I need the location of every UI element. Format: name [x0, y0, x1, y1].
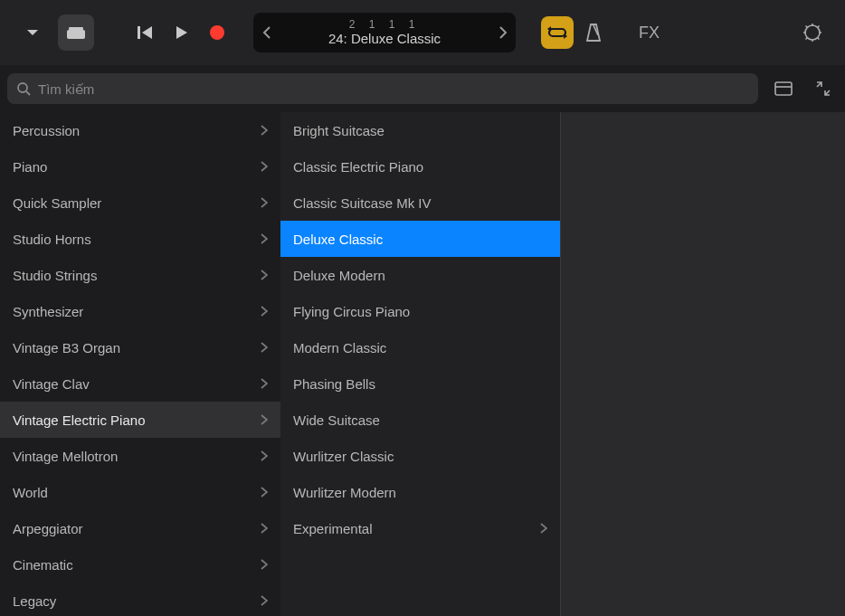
rewind-button[interactable] [138, 25, 154, 40]
fx-button[interactable]: FX [639, 24, 660, 43]
preset-label: Experimental [293, 521, 373, 536]
preset-label: Modern Classic [293, 340, 386, 355]
preset-label: Bright Suitcase [293, 123, 385, 138]
preset-item[interactable]: Experimental [280, 510, 560, 546]
category-label: Quick Sampler [13, 195, 101, 211]
chevron-right-icon [261, 595, 268, 606]
svg-rect-1 [69, 27, 83, 30]
category-label: Legacy [13, 593, 56, 609]
category-item[interactable]: Vintage Electric Piano [0, 402, 280, 438]
preset-label: Wurlitzer Modern [293, 485, 396, 500]
right-tools: FX [541, 16, 685, 49]
svg-point-14 [18, 83, 27, 92]
category-item[interactable]: Vintage Mellotron [0, 438, 280, 474]
display-counter: 2 1 1 1 [279, 18, 490, 31]
category-label: Cinematic [13, 557, 73, 573]
preset-item[interactable]: Wide Suitcase [280, 402, 560, 438]
category-item[interactable]: Quick Sampler [0, 185, 280, 221]
category-item[interactable]: Percussion [0, 112, 280, 148]
chevron-right-icon [261, 161, 268, 172]
view-toggle-button[interactable] [769, 74, 798, 103]
category-column: PercussionPianoQuick SamplerStudio Horns… [0, 112, 280, 616]
chevron-right-icon [261, 306, 268, 317]
category-label: Arpeggiator [13, 521, 83, 536]
svg-rect-0 [67, 30, 85, 39]
chevron-right-icon [261, 378, 268, 389]
category-item[interactable]: World [0, 474, 280, 510]
chevron-right-icon [261, 450, 268, 461]
svg-point-3 [210, 25, 224, 40]
preset-column: Bright SuitcaseClassic Electric PianoCla… [280, 112, 561, 616]
category-label: World [13, 485, 48, 500]
category-item[interactable]: Arpeggiator [0, 510, 280, 546]
next-preset-button[interactable] [490, 13, 516, 52]
search-icon [16, 81, 31, 96]
preset-display: 2 1 1 1 24: Deluxe Classic [253, 13, 516, 52]
svg-rect-16 [775, 82, 792, 95]
chevron-right-icon [261, 197, 268, 208]
category-item[interactable]: Studio Horns [0, 221, 280, 257]
play-button[interactable] [176, 25, 188, 40]
preset-label: Wurlitzer Classic [293, 449, 394, 464]
library-button[interactable] [58, 14, 94, 51]
collapse-button[interactable] [809, 74, 838, 103]
category-item[interactable]: Vintage B3 Organ [0, 329, 280, 365]
display-preset-name: 24: Deluxe Classic [279, 31, 490, 47]
metronome-button[interactable] [584, 23, 603, 43]
preset-item[interactable]: Modern Classic [280, 329, 560, 365]
category-item[interactable]: Cinematic [0, 546, 280, 583]
category-label: Synthesizer [13, 304, 83, 319]
preset-item[interactable]: Classic Electric Piano [280, 148, 560, 185]
preset-label: Deluxe Modern [293, 268, 385, 283]
category-item[interactable]: Vintage Clav [0, 365, 280, 402]
svg-line-12 [817, 26, 819, 28]
chevron-right-icon [261, 559, 268, 570]
category-label: Vintage B3 Organ [13, 340, 120, 355]
record-button[interactable] [210, 25, 224, 40]
display-readout[interactable]: 2 1 1 1 24: Deluxe Classic [279, 18, 490, 47]
cycle-button[interactable] [541, 16, 574, 49]
category-label: Vintage Electric Piano [13, 412, 145, 428]
top-toolbar: 2 1 1 1 24: Deluxe Classic FX [0, 0, 845, 65]
svg-line-10 [806, 26, 808, 28]
preset-label: Deluxe Classic [293, 232, 383, 247]
chevron-right-icon [540, 523, 547, 534]
preset-item[interactable]: Classic Suitcase Mk IV [280, 185, 560, 221]
category-item[interactable]: Legacy [0, 583, 280, 616]
search-input[interactable] [38, 81, 749, 97]
detail-column [561, 112, 845, 616]
preset-item[interactable]: Flying Circus Piano [280, 293, 560, 329]
preset-item[interactable]: Deluxe Modern [280, 257, 560, 293]
chevron-right-icon [261, 487, 268, 498]
dropdown-button[interactable] [14, 14, 51, 51]
preset-item[interactable]: Wurlitzer Classic [280, 438, 560, 474]
browser-columns: PercussionPianoQuick SamplerStudio Horns… [0, 112, 845, 616]
category-label: Piano [13, 159, 47, 175]
category-label: Vintage Clav [13, 376, 90, 392]
svg-line-13 [806, 37, 808, 39]
svg-line-11 [817, 37, 819, 39]
preset-item[interactable]: Phasing Bells [280, 365, 560, 402]
transport-controls [138, 25, 224, 40]
category-item[interactable]: Piano [0, 148, 280, 185]
chevron-right-icon [261, 342, 268, 353]
chevron-right-icon [261, 523, 268, 534]
preset-item[interactable]: Wurlitzer Modern [280, 474, 560, 510]
chevron-right-icon [261, 233, 268, 244]
search-row [0, 65, 845, 112]
preset-label: Flying Circus Piano [293, 304, 410, 319]
preset-label: Phasing Bells [293, 376, 375, 392]
preset-label: Classic Electric Piano [293, 159, 423, 175]
preset-item[interactable]: Deluxe Classic [280, 221, 560, 257]
category-item[interactable]: Synthesizer [0, 293, 280, 329]
search-field-wrap[interactable] [7, 73, 758, 104]
category-item[interactable]: Studio Strings [0, 257, 280, 293]
preset-item[interactable]: Bright Suitcase [280, 112, 560, 148]
settings-button[interactable] [794, 14, 831, 51]
prev-preset-button[interactable] [253, 13, 279, 52]
category-label: Studio Horns [13, 232, 91, 247]
chevron-right-icon [261, 125, 268, 136]
category-label: Percussion [13, 123, 80, 138]
chevron-right-icon [261, 414, 268, 425]
svg-line-15 [26, 91, 30, 95]
